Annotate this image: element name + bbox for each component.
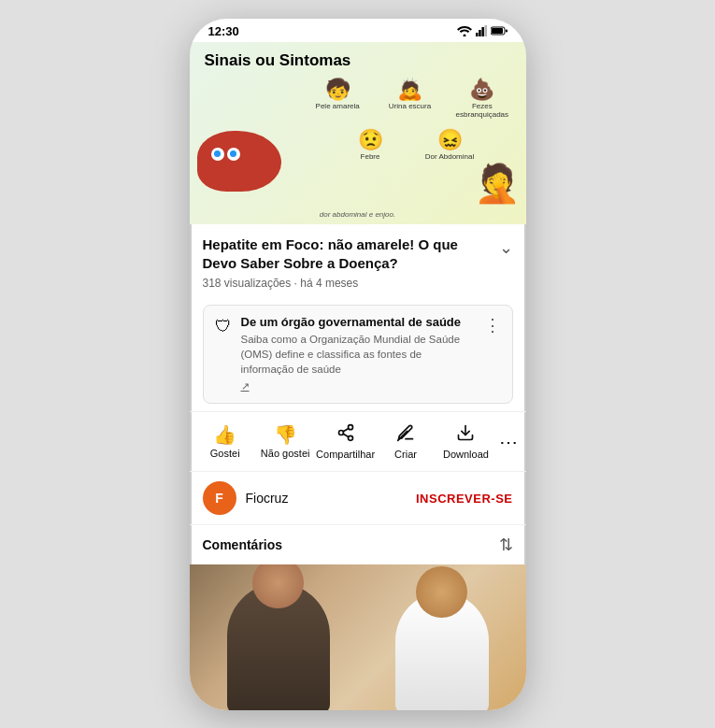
symptom-row-2: 😟 Febre 😖 Dor Abdominal bbox=[302, 128, 519, 161]
patient-head bbox=[252, 564, 304, 608]
doctor-figure bbox=[395, 592, 489, 709]
channel-name: Fiocruz bbox=[246, 491, 416, 506]
patient-figure bbox=[227, 583, 330, 709]
svg-line-11 bbox=[343, 435, 349, 437]
svg-rect-1 bbox=[476, 33, 479, 36]
download-label: Download bbox=[443, 449, 489, 460]
svg-rect-3 bbox=[481, 27, 484, 36]
like-label: Gostei bbox=[210, 448, 240, 459]
sort-icon[interactable]: ⇅ bbox=[499, 535, 513, 555]
liver-graphic bbox=[197, 131, 281, 196]
thumbs-up-icon: 👍 bbox=[213, 425, 236, 444]
health-info-title: De um órgão governamental de saúde bbox=[241, 315, 475, 329]
comments-label: Comentários bbox=[203, 537, 499, 552]
status-icons bbox=[457, 25, 508, 36]
symptom-febre: 😟 Febre bbox=[345, 128, 396, 161]
symptom-fezes-label: Fezes esbranquiçadas bbox=[456, 102, 508, 119]
svg-rect-4 bbox=[484, 25, 487, 36]
create-label: Criar bbox=[394, 449, 417, 460]
dislike-label: Não gostei bbox=[261, 448, 310, 459]
channel-avatar: F bbox=[203, 481, 236, 515]
more-icon: ⋯ bbox=[499, 433, 518, 451]
video-thumbnail: Sinais ou Sintomas 🧒 Pele amarela 🙇 Urin… bbox=[190, 42, 526, 224]
symptom-febre-label: Febre bbox=[361, 152, 380, 161]
symptom-urina: 🙇 Urina escura bbox=[384, 78, 436, 119]
health-info-box: 🛡 De um órgão governamental de saúde Sai… bbox=[203, 305, 513, 404]
doctor-scene bbox=[190, 564, 526, 709]
wifi-icon bbox=[457, 25, 472, 36]
bottom-image bbox=[190, 564, 526, 709]
symptom-dor: 😖 Dor Abdominal bbox=[424, 128, 476, 161]
create-button[interactable]: Criar bbox=[376, 420, 436, 464]
video-title: Hepatite em Foco: não amarele! O que Dev… bbox=[203, 236, 492, 274]
dislike-button[interactable]: 👎 Não gostei bbox=[255, 421, 315, 463]
view-count: 318 visualizações bbox=[203, 277, 292, 290]
thumbs-down-icon: 👎 bbox=[274, 425, 297, 444]
status-bar: 12:30 bbox=[190, 19, 526, 42]
person-figure: 🤦 bbox=[474, 162, 521, 206]
phone-content: Sinais ou Sintomas 🧒 Pele amarela 🙇 Urin… bbox=[190, 42, 526, 710]
symptom-urina-label: Urina escura bbox=[389, 102, 431, 110]
shield-icon: 🛡 bbox=[215, 317, 232, 336]
more-options-icon[interactable]: ⋮ bbox=[484, 315, 501, 335]
action-bar: 👍 Gostei 👎 Não gostei Compartilhar bbox=[190, 411, 526, 472]
symptom-dor-label: Dor Abdominal bbox=[425, 152, 474, 161]
svg-rect-6 bbox=[492, 28, 503, 34]
time-ago: há 4 meses bbox=[300, 277, 358, 290]
svg-line-12 bbox=[343, 429, 349, 432]
thumbnail-title: Sinais ou Sintomas bbox=[205, 51, 351, 70]
video-meta: 318 visualizações · há 4 meses bbox=[203, 277, 513, 290]
svg-rect-7 bbox=[506, 30, 508, 33]
doctor-head bbox=[416, 566, 467, 618]
subscribe-button[interactable]: INSCREVER-SE bbox=[416, 492, 513, 506]
chevron-down-icon[interactable]: ⌄ bbox=[499, 237, 513, 258]
symptom-pele-label: Pele amarela bbox=[316, 102, 360, 110]
health-info-content: De um órgão governamental de saúde Saiba… bbox=[241, 315, 475, 393]
symptoms-container: 🧒 Pele amarela 🙇 Urina escura 💩 Fezes es… bbox=[302, 78, 519, 161]
like-button[interactable]: 👍 Gostei bbox=[195, 421, 255, 463]
svg-point-0 bbox=[463, 35, 465, 37]
share-button[interactable]: Compartilhar bbox=[315, 420, 375, 464]
share-icon bbox=[336, 423, 355, 445]
channel-avatar-letter: F bbox=[215, 491, 223, 506]
video-title-row: Hepatite em Foco: não amarele! O que Dev… bbox=[203, 236, 513, 274]
thumbnail-bottom-text: dor abdominal e enjoo. bbox=[190, 210, 526, 219]
comments-row: Comentários ⇅ bbox=[190, 524, 526, 564]
symptom-row-1: 🧒 Pele amarela 🙇 Urina escura 💩 Fezes es… bbox=[302, 78, 519, 119]
share-label: Compartilhar bbox=[316, 449, 375, 460]
phone-frame: 12:30 Sinais ou Sintomas bbox=[190, 19, 526, 710]
thumbnail-content: Sinais ou Sintomas 🧒 Pele amarela 🙇 Urin… bbox=[190, 42, 526, 224]
symptom-fezes: 💩 Fezes esbranquiçadas bbox=[456, 78, 508, 119]
download-button[interactable]: Download bbox=[436, 420, 495, 464]
symptom-pele: 🧒 Pele amarela bbox=[312, 78, 364, 119]
health-info-desc: Saiba como a Organização Mundial de Saúd… bbox=[241, 332, 475, 377]
svg-rect-2 bbox=[479, 30, 481, 36]
video-info: Hepatite em Foco: não amarele! O que Dev… bbox=[190, 224, 526, 298]
battery-icon bbox=[491, 26, 508, 36]
more-button[interactable]: ⋯ bbox=[496, 429, 521, 455]
health-info-link[interactable]: ↗ bbox=[241, 380, 250, 392]
channel-row: F Fiocruz INSCREVER-SE bbox=[190, 472, 526, 524]
create-icon bbox=[396, 423, 415, 445]
status-time: 12:30 bbox=[208, 24, 239, 38]
signal-icon bbox=[476, 25, 487, 36]
download-icon bbox=[456, 423, 475, 445]
